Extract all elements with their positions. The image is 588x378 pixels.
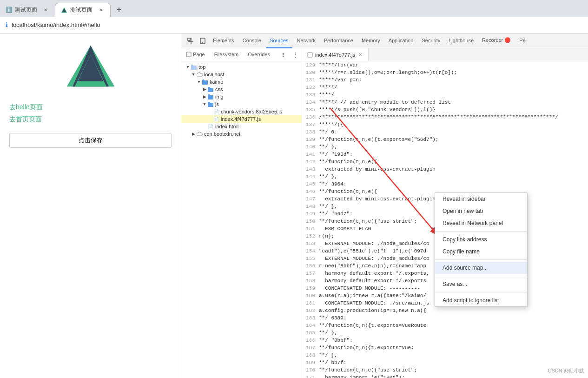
tab-application[interactable]: Application bbox=[385, 33, 417, 48]
context-menu-add-source-map[interactable]: Add source map... bbox=[435, 262, 527, 274]
file-icon-index-html: 📄 bbox=[207, 123, 214, 130]
tree-label-index-html: index.html bbox=[215, 124, 238, 129]
home-page-link[interactable]: 去首页页面 bbox=[9, 115, 42, 124]
save-button[interactable]: 点击保存 bbox=[9, 133, 172, 148]
device-toolbar-icon[interactable] bbox=[197, 35, 208, 46]
line-content: /***************************************… bbox=[319, 114, 558, 120]
folder-icon-top bbox=[191, 64, 197, 70]
cloud-icon-cdn bbox=[196, 131, 203, 137]
tab1-close[interactable]: ✕ bbox=[42, 6, 49, 13]
tab-pe[interactable]: Pe bbox=[515, 33, 529, 48]
context-menu-copy-filename[interactable]: Copy file name bbox=[435, 245, 527, 258]
context-menu-save-as[interactable]: Save as... bbox=[435, 278, 527, 290]
tree-item-localhost[interactable]: ▼ localhost bbox=[181, 71, 302, 78]
line-content: *****/ // add entry module to deferred l… bbox=[319, 99, 451, 105]
context-menu-ignore-list[interactable]: Add script to ignore list bbox=[435, 294, 527, 306]
tab-console[interactable]: Console bbox=[239, 33, 265, 48]
file-tree-menu[interactable]: ⋮ bbox=[290, 48, 302, 61]
tab-network[interactable]: Network bbox=[293, 33, 319, 48]
line-content: **/ "8bbf": bbox=[319, 338, 353, 343]
tree-arrow-js: ▼ bbox=[202, 102, 207, 106]
tree-arrow-kaimo: ▼ bbox=[196, 80, 202, 84]
line-number: 134 bbox=[304, 99, 319, 105]
line-number: 152 bbox=[304, 233, 319, 239]
code-line-162: 162a.config.productionTip=!1,new n.a({ bbox=[302, 307, 588, 314]
line-number: 151 bbox=[304, 226, 319, 232]
line-content: r nee("8bbf"),n=e.n(n),r={name:"app bbox=[319, 263, 426, 269]
line-number: 149 bbox=[304, 211, 319, 217]
line-content: **/ 3964: bbox=[319, 181, 346, 187]
code-line-168: 168**/ }, bbox=[302, 351, 588, 359]
line-content: harmony default export */.exports, bbox=[319, 271, 429, 276]
sources-tab-more[interactable] bbox=[277, 48, 290, 61]
line-content: *****/ bbox=[319, 85, 337, 90]
line-content: *****/var p=n; bbox=[319, 77, 362, 83]
tab-recorder[interactable]: Recorder 🔴 bbox=[478, 33, 515, 48]
tree-item-chunk-vendors[interactable]: ▶ 📄 chunk-vendors.8af28be6.js bbox=[181, 108, 302, 115]
hello-page-link[interactable]: 去hello页面 bbox=[9, 103, 43, 112]
line-number: 135 bbox=[304, 107, 319, 113]
browser-tab-1[interactable]: ℹ️ 测试页面 ✕ bbox=[0, 3, 55, 17]
file-tree: ▼ top ▼ localhost bbox=[181, 61, 302, 378]
tree-item-cdn[interactable]: ▶ cdn.bootcdn.net bbox=[181, 130, 302, 138]
tree-item-index-html[interactable]: ▶ 📄 index.html bbox=[181, 123, 302, 130]
context-menu-open-new-tab[interactable]: Open in new tab bbox=[435, 205, 527, 217]
address-text[interactable]: localhost/kaimo/index.html#/hello bbox=[12, 21, 100, 28]
devtools-panel: Elements Console Sources Network Perform… bbox=[181, 33, 588, 378]
context-menu-reveal-network[interactable]: Reveal in Network panel bbox=[435, 217, 527, 229]
line-number: 148 bbox=[304, 204, 319, 209]
sources-tab-page[interactable]: Page bbox=[181, 48, 210, 61]
inspect-element-icon[interactable] bbox=[185, 35, 196, 46]
tab-elements[interactable]: Elements bbox=[209, 33, 238, 48]
csdn-watermark: CSDN @凯小默 bbox=[548, 367, 584, 374]
code-tab-close[interactable]: ✕ bbox=[357, 52, 363, 58]
tree-arrow-localhost: ▼ bbox=[191, 72, 196, 77]
tree-arrow-top: ▼ bbox=[185, 65, 191, 69]
line-content: **/function(t,n,e){ bbox=[319, 159, 377, 165]
tree-item-top[interactable]: ▼ top bbox=[181, 63, 302, 71]
code-line-141: 141**/ "190d": bbox=[302, 151, 588, 158]
code-line-131: 131*****/var p=n; bbox=[302, 76, 588, 84]
code-line-130: 130*****/r=r.slice(),o=0;o<r.length;o++)… bbox=[302, 69, 588, 76]
context-menu-reveal-sidebar[interactable]: Reveal in sidebar bbox=[435, 193, 527, 205]
tree-arrow-cdn: ▶ bbox=[191, 132, 196, 136]
line-number: 154 bbox=[304, 248, 319, 254]
tab-performance[interactable]: Performance bbox=[320, 33, 357, 48]
tab-bar: ℹ️ 测试页面 ✕ 测试页面 ✕ + bbox=[0, 0, 588, 17]
tree-label-chunk-vendors: chunk-vendors.8af28be6.js bbox=[221, 109, 282, 114]
sources-tab-filesystem[interactable]: Filesystem bbox=[210, 48, 244, 61]
code-line-165: 165**/ }, bbox=[302, 329, 588, 337]
tree-label-img: img bbox=[215, 94, 224, 99]
svg-point-12 bbox=[283, 53, 284, 53]
line-number: 147 bbox=[304, 196, 319, 202]
tab-memory[interactable]: Memory bbox=[358, 33, 384, 48]
tree-item-index-js[interactable]: ▶ 📄 index.4f47d777.js bbox=[181, 115, 302, 123]
line-number: 159 bbox=[304, 285, 319, 291]
line-number: 145 bbox=[304, 181, 319, 187]
tab-sources[interactable]: Sources bbox=[266, 33, 292, 48]
line-number: 166 bbox=[304, 338, 319, 343]
new-tab-button[interactable]: + bbox=[112, 3, 126, 16]
line-content: **/ }, bbox=[319, 174, 337, 179]
line-content: *****/s.push([0,"chunk-vendors"]),l()} bbox=[319, 107, 436, 113]
line-number: 133 bbox=[304, 92, 319, 98]
tab-lighthouse[interactable]: Lighthouse bbox=[445, 33, 477, 48]
tree-item-kaimo[interactable]: ▼ kaimo bbox=[181, 78, 302, 86]
tree-item-js[interactable]: ▼ js bbox=[181, 100, 302, 108]
line-number: 160 bbox=[304, 293, 319, 298]
browser-tab-2[interactable]: 测试页面 ✕ bbox=[55, 3, 111, 17]
tree-item-img[interactable]: ▶ img bbox=[181, 93, 302, 100]
sources-tab-overrides[interactable]: Overrides bbox=[243, 48, 275, 61]
code-line-144: 144**/ }, bbox=[302, 173, 588, 180]
tree-item-css[interactable]: ▶ css bbox=[181, 86, 302, 93]
tab-security[interactable]: Security bbox=[418, 33, 444, 48]
code-tab-index-js[interactable]: index.4f47d777.js ✕ bbox=[302, 48, 369, 61]
tab2-close[interactable]: ✕ bbox=[97, 7, 105, 14]
code-line-132: 132*****/ bbox=[302, 84, 588, 91]
code-line-163: 163**/ 6389: bbox=[302, 314, 588, 322]
line-number: 169 bbox=[304, 360, 319, 365]
context-menu-copy-link[interactable]: Copy link address bbox=[435, 233, 527, 245]
context-menu-sep2 bbox=[435, 259, 527, 260]
line-content: *****/({ bbox=[319, 122, 344, 127]
code-panel: index.4f47d777.js ✕ 129*****/for(var130*… bbox=[302, 48, 588, 378]
